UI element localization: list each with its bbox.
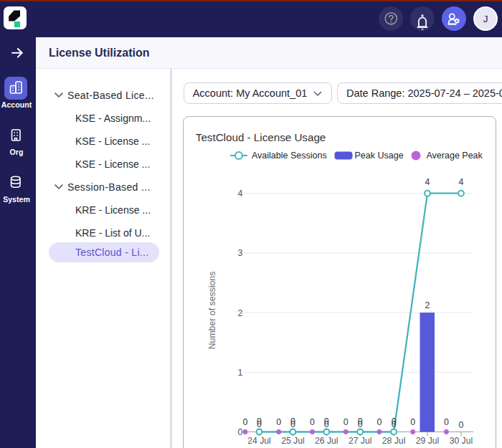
svg-text:27 Jul: 27 Jul xyxy=(349,436,372,446)
svg-text:Average Peak: Average Peak xyxy=(427,151,483,161)
svg-text:3: 3 xyxy=(238,248,243,258)
svg-text:0: 0 xyxy=(242,417,247,427)
svg-text:2: 2 xyxy=(238,308,243,318)
svg-text:Available Sessions: Available Sessions xyxy=(252,151,327,161)
svg-text:4: 4 xyxy=(238,189,243,199)
svg-text:26 Jul: 26 Jul xyxy=(315,436,338,446)
svg-text:Number of sessions: Number of sessions xyxy=(207,272,217,350)
svg-text:0: 0 xyxy=(410,417,415,427)
svg-text:0: 0 xyxy=(376,417,382,427)
svg-text:0: 0 xyxy=(458,420,463,430)
svg-text:0: 0 xyxy=(324,419,329,429)
svg-text:1: 1 xyxy=(238,368,243,378)
svg-text:29 Jul: 29 Jul xyxy=(416,436,440,446)
svg-text:0: 0 xyxy=(257,419,262,429)
svg-text:0: 0 xyxy=(290,419,295,429)
svg-text:28 Jul: 28 Jul xyxy=(382,436,406,446)
svg-text:0: 0 xyxy=(238,427,243,437)
svg-text:4: 4 xyxy=(458,177,463,187)
svg-text:2: 2 xyxy=(425,300,430,310)
svg-text:0: 0 xyxy=(276,417,281,427)
svg-text:25 Jul: 25 Jul xyxy=(281,436,305,446)
svg-text:0: 0 xyxy=(392,419,397,429)
svg-text:Peak Usage: Peak Usage xyxy=(355,151,404,161)
svg-text:4: 4 xyxy=(425,177,430,187)
svg-text:30 Jul: 30 Jul xyxy=(450,436,473,446)
svg-text:0: 0 xyxy=(358,419,363,429)
svg-text:0: 0 xyxy=(444,417,449,427)
svg-text:24 Jul: 24 Jul xyxy=(247,436,271,446)
svg-text:0: 0 xyxy=(344,417,349,427)
svg-text:0: 0 xyxy=(310,417,315,427)
